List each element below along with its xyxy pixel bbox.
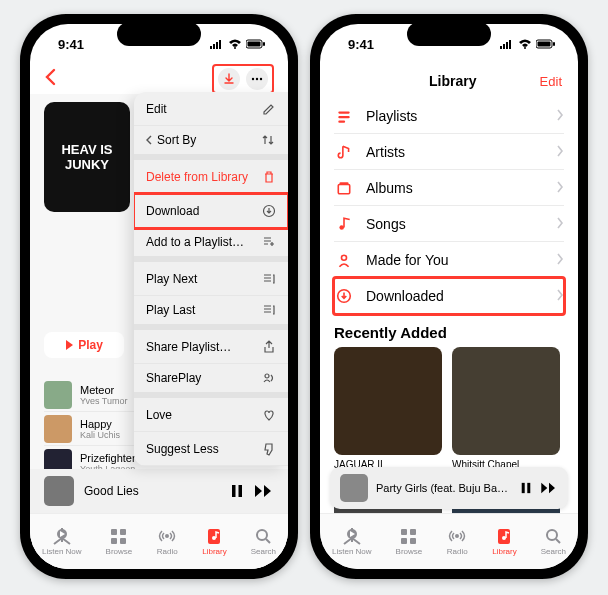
- library-row-playlists[interactable]: Playlists: [334, 98, 564, 134]
- tab-bar: Listen Now Browse Radio Library Search: [320, 513, 578, 569]
- menu-item-edit[interactable]: Edit: [134, 92, 288, 126]
- queue-icon: [262, 272, 276, 286]
- library-row-label: Songs: [366, 216, 544, 232]
- song-text: Meteor Yves Tumor: [80, 384, 128, 406]
- library-row-label: Downloaded: [366, 288, 544, 304]
- tab-browse[interactable]: Browse: [396, 527, 423, 556]
- status-icons: [210, 39, 266, 49]
- share-icon: [262, 340, 276, 354]
- library-row-songs[interactable]: Songs: [334, 206, 564, 242]
- menu-item-download[interactable]: Download: [134, 194, 288, 228]
- tab-icon: [252, 527, 274, 545]
- tab-bar: Listen Now Browse Radio Library Search: [30, 513, 288, 569]
- tab-icon: [156, 527, 178, 545]
- svg-rect-32: [338, 111, 349, 113]
- svg-point-9: [256, 78, 258, 80]
- song-artist: Kali Uchis: [80, 430, 120, 440]
- download-button[interactable]: [218, 68, 240, 90]
- album-card[interactable]: JAGUAR II Victoria Monét: [334, 347, 442, 480]
- menu-item-play-next[interactable]: Play Next: [134, 262, 288, 296]
- menu-item-shareplay[interactable]: SharePlay: [134, 364, 288, 398]
- album-cover[interactable]: HEAV IS JUNKY: [44, 102, 130, 212]
- songs-icon: [334, 216, 354, 232]
- menu-item-sort-by[interactable]: Sort By: [134, 126, 288, 160]
- tab-listen-now[interactable]: Listen Now: [332, 527, 372, 556]
- menu-label: Edit: [146, 102, 167, 116]
- mini-player[interactable]: Good Lies: [30, 469, 288, 513]
- svg-rect-40: [522, 483, 525, 493]
- menu-label: Download: [146, 204, 199, 218]
- pause-icon[interactable]: [230, 484, 244, 498]
- nav-bar: Library Edit: [320, 64, 578, 94]
- album-title-text: HEAV IS JUNKY: [48, 142, 126, 172]
- playlists-icon: [334, 108, 354, 124]
- menu-label: Play Next: [146, 272, 197, 286]
- svg-point-10: [260, 78, 262, 80]
- download-icon: [262, 204, 276, 218]
- pause-icon[interactable]: [520, 482, 532, 494]
- play-button[interactable]: Play: [44, 332, 124, 358]
- edit-button[interactable]: Edit: [540, 74, 562, 89]
- signal-icon: [500, 39, 514, 49]
- svg-rect-19: [120, 538, 126, 544]
- chevron-right-icon: [556, 143, 564, 161]
- menu-item-share-playlist[interactable]: Share Playlist…: [134, 330, 288, 364]
- song-title: Prizefighter: [80, 452, 136, 464]
- pencil-icon: [262, 102, 276, 116]
- artists-icon: [334, 144, 354, 160]
- svg-rect-6: [248, 42, 261, 47]
- tab-browse[interactable]: Browse: [106, 527, 133, 556]
- svg-rect-31: [553, 42, 555, 46]
- album-card[interactable]: Whitsitt Chapel Jelly Roll: [452, 347, 560, 480]
- menu-item-play-last[interactable]: Play Last: [134, 296, 288, 330]
- nowplaying-title: Party Girls (feat. Buju Banto…: [376, 482, 512, 494]
- chevron-right-icon: [556, 179, 564, 197]
- tab-library[interactable]: Library: [202, 527, 226, 556]
- tab-radio[interactable]: Radio: [156, 527, 178, 556]
- battery-icon: [536, 39, 556, 49]
- play-icon: [65, 340, 74, 350]
- library-row-albums[interactable]: Albums: [334, 170, 564, 206]
- svg-rect-18: [111, 538, 117, 544]
- song-art: [44, 381, 72, 409]
- menu-label: Sort By: [157, 133, 196, 147]
- tab-radio[interactable]: Radio: [446, 527, 468, 556]
- menu-item-add-to-a-playlist[interactable]: Add to a Playlist…: [134, 228, 288, 262]
- tab-label: Browse: [106, 547, 133, 556]
- now-playing-bar[interactable]: Party Girls (feat. Buju Banto…: [330, 467, 568, 509]
- tab-icon: [493, 527, 515, 545]
- wifi-icon: [228, 39, 242, 49]
- nav-bar: [30, 64, 288, 94]
- library-row-label: Albums: [366, 180, 544, 196]
- tab-listen-now[interactable]: Listen Now: [42, 527, 82, 556]
- library-row-made-for-you[interactable]: Made for You: [334, 242, 564, 278]
- chevron-right-icon: [556, 287, 564, 305]
- library-row-downloaded[interactable]: Downloaded: [334, 278, 564, 314]
- tab-library[interactable]: Library: [492, 527, 516, 556]
- tab-search[interactable]: Search: [541, 527, 566, 556]
- tab-label: Radio: [447, 547, 468, 556]
- battery-icon: [246, 39, 266, 49]
- svg-point-50: [547, 530, 557, 540]
- tab-icon: [341, 527, 363, 545]
- svg-rect-34: [338, 120, 345, 122]
- svg-rect-2: [216, 42, 218, 49]
- library-row-label: Artists: [366, 144, 544, 160]
- menu-item-delete-from-library[interactable]: Delete from Library: [134, 160, 288, 194]
- tab-search[interactable]: Search: [251, 527, 276, 556]
- forward-icon[interactable]: [254, 484, 274, 498]
- tab-icon: [446, 527, 468, 545]
- phone-right: 9:41 Library Edit Playlists Artists Albu…: [310, 14, 588, 579]
- forward-icon[interactable]: [540, 482, 558, 494]
- queue-icon: [262, 303, 276, 317]
- svg-point-47: [455, 534, 459, 538]
- back-button[interactable]: [44, 68, 56, 90]
- tab-icon: [108, 527, 130, 545]
- screen-right: 9:41 Library Edit Playlists Artists Albu…: [320, 24, 578, 569]
- menu-item-suggest-less[interactable]: Suggest Less: [134, 432, 288, 466]
- more-button[interactable]: [246, 68, 268, 90]
- library-row-artists[interactable]: Artists: [334, 134, 564, 170]
- tab-icon: [398, 527, 420, 545]
- menu-label: Love: [146, 408, 172, 422]
- menu-item-love[interactable]: Love: [134, 398, 288, 432]
